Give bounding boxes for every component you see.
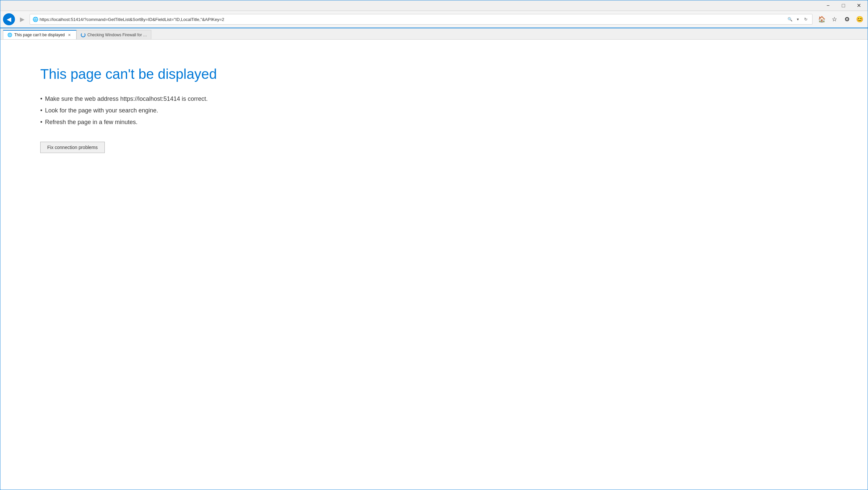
close-button[interactable]: ✕ — [851, 1, 866, 11]
minimize-button[interactable]: − — [820, 1, 836, 11]
list-item-text-2: Look for the page with your search engin… — [45, 107, 158, 114]
address-dropdown-button[interactable]: ▾ — [794, 16, 802, 23]
list-item-text-1: Make sure the web address https://localh… — [45, 95, 208, 102]
back-button[interactable]: ◀ — [3, 13, 15, 25]
back-icon: ◀ — [7, 16, 11, 23]
tab1-icon: 🌐 — [7, 33, 12, 37]
chevron-down-icon: ▾ — [797, 17, 799, 22]
fix-connection-button[interactable]: Fix connection problems — [40, 142, 105, 153]
refresh-icon: ↻ — [804, 17, 807, 22]
emoji-button[interactable]: 😊 — [855, 14, 865, 25]
forward-icon: ▶ — [20, 16, 25, 23]
address-actions: 🔍 ▾ ↻ — [786, 16, 809, 23]
search-icon: 🔍 — [787, 17, 793, 22]
maximize-button[interactable]: □ — [836, 1, 851, 11]
window-frame: − □ ✕ ◀ ▶ 🌐 🔍 ▾ ↻ — [0, 0, 868, 490]
tab2-label: Checking Windows Firewall for … — [88, 33, 147, 37]
title-bar-buttons: − □ ✕ — [820, 1, 866, 11]
emoji-icon: 😊 — [856, 16, 863, 23]
error-list: Make sure the web address https://localh… — [40, 95, 868, 126]
forward-button[interactable]: ▶ — [16, 13, 28, 25]
title-bar: − □ ✕ — [0, 0, 868, 11]
settings-button[interactable]: ⚙ — [842, 14, 852, 25]
nav-tools: 🏠 ☆ ⚙ 😊 — [816, 14, 865, 25]
address-bar: 🌐 🔍 ▾ ↻ — [30, 14, 812, 25]
page-content: This page can't be displayed Make sure t… — [0, 39, 868, 490]
tab-checking-windows-firewall[interactable]: Checking Windows Firewall for … — [76, 30, 151, 39]
tab2-spinner — [81, 33, 86, 37]
favorites-icon: ☆ — [832, 16, 837, 23]
home-button[interactable]: 🏠 — [816, 14, 827, 25]
error-title: This page can't be displayed — [40, 66, 273, 82]
list-item: Make sure the web address https://localh… — [40, 95, 868, 102]
list-item-text-3: Refresh the page in a few minutes. — [45, 119, 137, 126]
favorites-button[interactable]: ☆ — [829, 14, 840, 25]
settings-icon: ⚙ — [844, 16, 850, 23]
address-icon: 🌐 — [33, 17, 38, 22]
tab1-label: This page can't be displayed — [14, 33, 65, 37]
list-item: Refresh the page in a few minutes. — [40, 119, 868, 126]
tab-this-page-cant-be-displayed[interactable]: 🌐 This page can't be displayed ✕ — [3, 30, 76, 39]
tab1-close-button[interactable]: ✕ — [67, 32, 72, 38]
nav-bar: ◀ ▶ 🌐 🔍 ▾ ↻ 🏠 — [0, 11, 868, 28]
list-item: Look for the page with your search engin… — [40, 107, 868, 114]
refresh-button[interactable]: ↻ — [802, 16, 809, 23]
tabs-bar: 🌐 This page can't be displayed ✕ Checkin… — [0, 28, 868, 39]
address-input[interactable] — [39, 17, 785, 22]
home-icon: 🏠 — [818, 16, 826, 23]
search-button[interactable]: 🔍 — [786, 16, 794, 23]
